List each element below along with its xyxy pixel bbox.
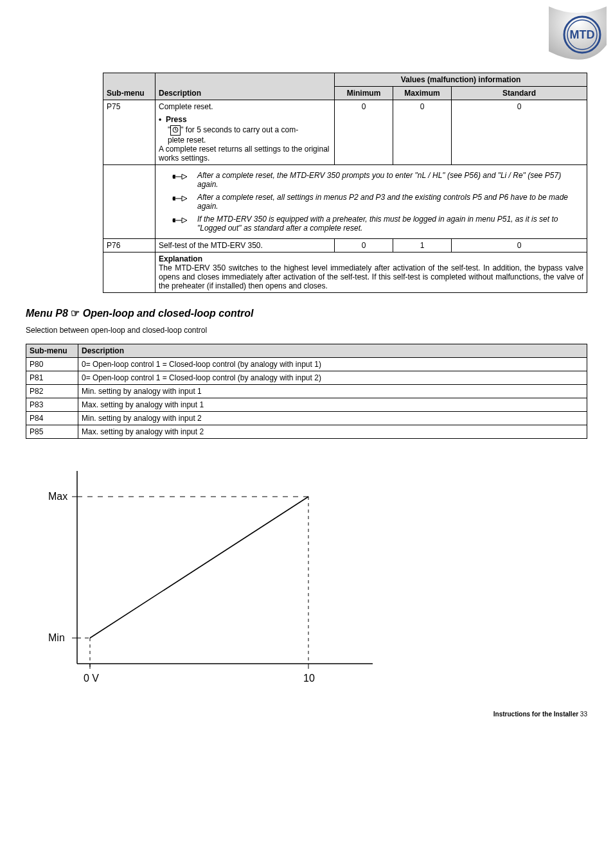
heading-suffix: Open-loop and closed-loop control [80,308,253,319]
svg-line-16 [90,497,308,638]
chart-svg: Max Min 0 V 10 [26,452,386,689]
row-desc: 0= Open-loop control 1 = Closed-loop con… [78,358,587,371]
table-p8: Sub-menu Description P80 0= Open-loop co… [26,344,587,439]
table-row: P85 Max. setting by analogy with input 2 [26,425,587,439]
row-desc: Max. setting by analogy with input 2 [78,425,587,439]
table-row: P76 Self-test of the MTD-ERV 350. 0 1 0 [103,239,587,252]
hand-icon [172,215,188,228]
chart-xmin-label: 0 V [84,673,99,684]
submenu-id: P80 [26,358,78,371]
note2-text: After a complete reset, all settings in … [197,193,568,211]
page-footer: Instructions for the Installer 33 [26,711,587,718]
row-desc: 0= Open-loop control 1 = Closed-loop con… [78,371,587,385]
row-desc: Max. setting by analogy with input 1 [78,398,587,412]
svg-text:MTD: MTD [570,28,595,41]
submenu-id: P76 [103,239,155,252]
table-row: P81 0= Open-loop control 1 = Closed-loop… [26,371,587,385]
p75-press-label: Press [166,115,187,124]
table-p7-values: Sub-menu Description Values (malfunction… [103,73,587,293]
table-row-notes: After a complete reset, the MTD-ERV 350 … [103,165,587,239]
table-row: P80 0= Open-loop control 1 = Closed-loop… [26,358,587,371]
p76-min: 0 [335,239,393,252]
row-desc: Min. setting by analogy with input 2 [78,412,587,425]
col-submenu: Sub-menu [26,344,78,358]
selection-text: Selection between open-loop and closed-l… [26,326,587,335]
footer-page-number: 33 [578,711,587,718]
col-description: Description [155,73,335,100]
col-submenu: Sub-menu [103,73,155,100]
table-row: P83 Max. setting by analogy with input 1 [26,398,587,412]
control-chart: Max Min 0 V 10 [26,452,587,691]
note-2: After a complete reset, all settings in … [172,193,583,211]
menu-p8-heading: Menu P8 ☞ Open-loop and closed-loop cont… [26,307,587,319]
note-3: If the MTD-ERV 350 is equipped with a pr… [172,215,583,233]
submenu-id: P84 [26,412,78,425]
plete-reset: plete reset. [168,136,331,145]
footer-title: Instructions for the Installer [493,711,578,718]
table-row: P82 Min. setting by analogy with input 1 [26,385,587,398]
chart-ymin-label: Min [48,632,65,643]
note3-text: If the MTD-ERV 350 is equipped with a pr… [197,215,558,233]
row-desc: Min. setting by analogy with input 1 [78,385,587,398]
col-max: Maximum [393,87,452,100]
submenu-id: P75 [103,100,155,165]
logo: MTD [26,6,607,66]
p75-desc-line1: Complete reset. [159,102,331,111]
p75-std: 0 [452,100,587,165]
col-min: Minimum [335,87,393,100]
svg-line-5 [175,130,177,130]
clock-icon [170,125,181,136]
explanation-label: Explanation [159,254,202,263]
chart-ymax-label: Max [48,491,67,502]
submenu-id: P83 [26,398,78,412]
table-row: P75 Complete reset. • Press " " for 5 se… [103,100,587,165]
col-std: Standard [452,87,587,100]
submenu-id: P82 [26,385,78,398]
hand-icon [172,193,188,206]
chart-xmax-label: 10 [303,673,315,684]
p75-max: 0 [393,100,452,165]
p75-returns: A complete reset returns all settings to… [159,145,331,163]
p75-description: Complete reset. • Press " " for 5 second… [155,100,335,165]
mtd-logo-icon: MTD [549,6,607,64]
hand-icon [172,171,188,184]
table-row: P84 Min. setting by analogy with input 2 [26,412,587,425]
note-1: After a complete reset, the MTD-ERV 350 … [172,171,583,189]
heading-prefix: Menu P8 [26,308,71,319]
p76-max: 1 [393,239,452,252]
explanation-text: The MTD-ERV 350 switches to the highest … [159,263,583,290]
submenu-id: P85 [26,425,78,439]
p76-desc: Self-test of the MTD-ERV 350. [155,239,335,252]
note1-text: After a complete reset, the MTD-ERV 350 … [197,171,561,189]
col-description: Description [78,344,587,358]
p76-std: 0 [452,239,587,252]
table-row-explanation: Explanation The MTD-ERV 350 switches to … [103,252,587,293]
col-values-header: Values (malfunction) information [335,73,587,87]
press-text-after: " for 5 seconds to carry out a com- [181,125,298,134]
hand-icon: ☞ [71,308,80,319]
submenu-id: P81 [26,371,78,385]
p75-min: 0 [335,100,393,165]
